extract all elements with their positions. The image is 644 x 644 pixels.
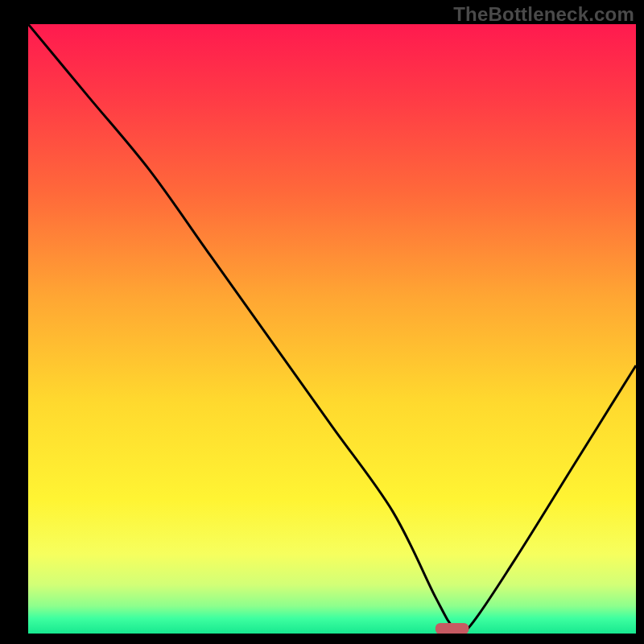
bottleneck-chart bbox=[28, 24, 636, 634]
optimal-marker bbox=[436, 623, 469, 634]
watermark-label: TheBottleneck.com bbox=[453, 3, 634, 26]
gradient-background bbox=[28, 24, 636, 634]
chart-frame: TheBottleneck.com bbox=[0, 0, 644, 644]
plot-area bbox=[28, 24, 636, 634]
